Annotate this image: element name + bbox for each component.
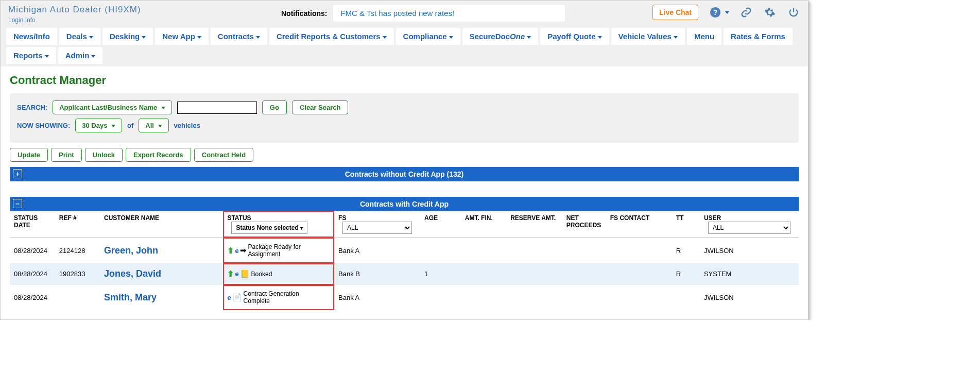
col-amt-fin[interactable]: AMT. FIN. bbox=[461, 211, 506, 237]
customer-link[interactable]: Jones, David bbox=[104, 268, 161, 279]
nav-admin[interactable]: Admin bbox=[58, 47, 103, 64]
cell-ref bbox=[55, 285, 100, 310]
help-dropdown[interactable]: ? bbox=[710, 6, 729, 19]
login-info-link[interactable]: Login Info bbox=[8, 16, 36, 24]
cell-user: JWILSON bbox=[700, 238, 799, 263]
cell-tt: R bbox=[672, 238, 700, 263]
contracts-table: STATUS DATE REF # CUSTOMER NAME STATUS S… bbox=[10, 211, 799, 310]
cell-user: JWILSON bbox=[700, 285, 799, 310]
col-net[interactable]: NET PROCEEDS bbox=[562, 211, 606, 237]
status-icon: 📄 bbox=[232, 293, 242, 302]
search-input[interactable] bbox=[177, 102, 257, 114]
link-icon[interactable] bbox=[741, 6, 753, 19]
col-fs-contact[interactable]: FS CONTACT bbox=[606, 211, 672, 237]
col-reserve[interactable]: RESERVE AMT. bbox=[506, 211, 562, 237]
update-button[interactable]: Update bbox=[10, 148, 48, 162]
nav-new-app[interactable]: New App bbox=[155, 28, 209, 45]
cell-ref: 1902833 bbox=[55, 263, 100, 285]
export-button[interactable]: Export Records bbox=[126, 148, 191, 162]
status-icon: 📒 bbox=[240, 269, 250, 279]
help-icon: ? bbox=[710, 6, 722, 19]
cell-date: 08/28/2024 bbox=[10, 263, 55, 285]
cell-fs: Bank A bbox=[334, 238, 420, 263]
dealer-name: Michigan Auto Dealer (HI9XM) bbox=[8, 5, 281, 15]
table-row: 08/28/20242124128Green, John⬆e➡Package R… bbox=[10, 238, 799, 263]
unlock-button[interactable]: Unlock bbox=[85, 148, 123, 162]
all-dropdown[interactable]: All bbox=[139, 119, 168, 132]
status-filter-dropdown[interactable]: Status None selected ▾ bbox=[231, 222, 307, 234]
user-filter-select[interactable]: ALL bbox=[708, 222, 790, 234]
contract-held-button[interactable]: Contract Held bbox=[194, 148, 253, 162]
cell-ref: 2124128 bbox=[55, 238, 100, 263]
svg-text:?: ? bbox=[713, 9, 717, 16]
status-text: Package Ready for Assignment bbox=[248, 243, 320, 258]
nav-menu[interactable]: Menu bbox=[687, 28, 721, 45]
cell-user: SYSTEM bbox=[700, 263, 799, 285]
table-row: 08/28/20241902833Jones, David⬆e📒BookedBa… bbox=[10, 263, 799, 285]
cell-date: 08/28/2024 bbox=[10, 238, 55, 263]
clear-search-button[interactable]: Clear Search bbox=[292, 100, 349, 114]
vehicles-label: vehicles bbox=[174, 122, 200, 129]
nav-contracts[interactable]: Contracts bbox=[211, 28, 267, 45]
col-tt[interactable]: TT bbox=[672, 211, 700, 237]
status-text: Contract Generation Complete bbox=[244, 290, 316, 305]
nav-news-info[interactable]: News/Info bbox=[6, 28, 57, 45]
status-text: Booked bbox=[251, 271, 272, 278]
col-user: USER ALL bbox=[700, 211, 799, 237]
cell-tt bbox=[672, 285, 700, 310]
cell-age bbox=[420, 285, 461, 310]
live-chat-button[interactable]: Live Chat bbox=[652, 5, 698, 20]
col-age[interactable]: AGE bbox=[420, 211, 461, 237]
nav-payoff-quote[interactable]: Payoff Quote bbox=[540, 28, 609, 45]
nav-rates-forms[interactable]: Rates & Forms bbox=[724, 28, 793, 45]
search-type-dropdown[interactable]: Applicant Last/Business Name bbox=[53, 100, 172, 114]
cell-fs: Bank A bbox=[334, 285, 420, 310]
notifications-label: Notifications: bbox=[281, 9, 327, 18]
expand-icon[interactable]: + bbox=[13, 169, 22, 178]
nav-compliance[interactable]: Compliance bbox=[396, 28, 460, 45]
nav-credit-reports-customers[interactable]: Credit Reports & Customers bbox=[269, 28, 394, 45]
up-arrow-icon: ⬆ bbox=[227, 246, 234, 256]
col-ref[interactable]: REF # bbox=[55, 211, 100, 237]
e-icon[interactable]: e bbox=[227, 294, 231, 301]
gear-icon[interactable] bbox=[764, 6, 777, 19]
cell-age bbox=[420, 238, 461, 263]
section-with-credit[interactable]: − Contracts with Credit App bbox=[10, 197, 799, 211]
section-without-credit[interactable]: + Contracts without Credit App (132) bbox=[10, 167, 799, 181]
col-customer[interactable]: CUSTOMER NAME bbox=[100, 211, 223, 237]
e-icon[interactable]: e bbox=[235, 270, 238, 278]
col-status-date[interactable]: STATUS DATE bbox=[10, 211, 55, 237]
print-button[interactable]: Print bbox=[51, 148, 82, 162]
go-button[interactable]: Go bbox=[262, 100, 287, 114]
nav-securedoc[interactable]: SecureDocOne bbox=[462, 28, 539, 45]
status-icon: ➡ bbox=[240, 246, 247, 255]
search-label: SEARCH: bbox=[17, 104, 47, 111]
fs-filter-select[interactable]: ALL bbox=[342, 222, 412, 234]
page-title: Contract Manager bbox=[10, 66, 799, 93]
e-icon[interactable]: e bbox=[235, 247, 238, 255]
collapse-icon[interactable]: − bbox=[13, 199, 22, 208]
power-icon[interactable] bbox=[788, 6, 800, 19]
up-arrow-icon: ⬆ bbox=[227, 269, 234, 279]
search-panel: SEARCH: Applicant Last/Business Name Go … bbox=[10, 93, 799, 143]
cell-date: 08/28/2024 bbox=[10, 285, 55, 310]
nav-desking[interactable]: Desking bbox=[102, 28, 153, 45]
main-nav: News/InfoDealsDeskingNew AppContractsCre… bbox=[1, 27, 808, 66]
cell-tt: R bbox=[672, 263, 700, 285]
col-fs: FS ALL bbox=[334, 211, 420, 237]
notification-banner[interactable]: FMC & Tst has posted new rates! bbox=[333, 5, 565, 22]
customer-link[interactable]: Green, John bbox=[104, 245, 158, 256]
nav-vehicle-values[interactable]: Vehicle Values bbox=[611, 28, 685, 45]
days-dropdown[interactable]: 30 Days bbox=[75, 119, 122, 132]
of-label: of bbox=[127, 122, 133, 129]
nav-deals[interactable]: Deals bbox=[59, 28, 100, 45]
table-row: 08/28/2024Smith, Marye📄Contract Generati… bbox=[10, 285, 799, 310]
cell-age: 1 bbox=[420, 263, 461, 285]
customer-link[interactable]: Smith, Mary bbox=[104, 292, 157, 302]
col-status: STATUS Status None selected ▾ bbox=[223, 211, 334, 238]
now-showing-label: NOW SHOWING: bbox=[17, 122, 70, 129]
cell-fs: Bank B bbox=[334, 263, 420, 285]
nav-reports[interactable]: Reports bbox=[6, 47, 56, 64]
